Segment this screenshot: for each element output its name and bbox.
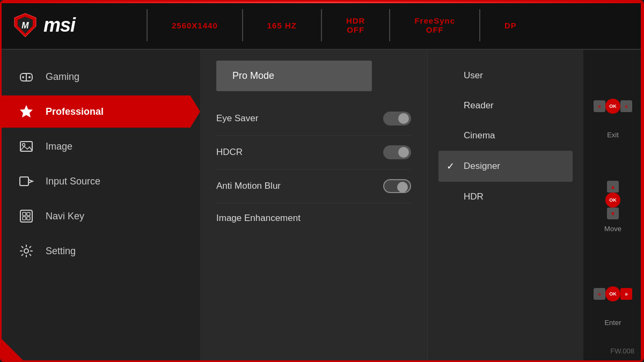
- header: M msi 2560X1440 165 HZ HDR OFF FreeSync …: [2, 2, 642, 50]
- image-icon: [18, 138, 35, 155]
- exit-control-group: OK « » Exit: [594, 87, 632, 139]
- move-control-group: OK ▲ ▼ Move: [594, 181, 632, 233]
- msi-shield-icon: M: [12, 12, 38, 38]
- divider-2: [242, 9, 243, 41]
- brand-name: msi: [43, 14, 75, 36]
- user-option[interactable]: User: [438, 61, 573, 91]
- main-content: Gaming Professional Im: [2, 50, 642, 362]
- sidebar-item-navi-key[interactable]: Navi Key: [2, 200, 200, 232]
- sidebar-item-professional[interactable]: Professional: [2, 95, 200, 128]
- user-label: User: [464, 70, 483, 81]
- input-source-icon: [18, 173, 35, 190]
- exit-ok-button[interactable]: OK: [605, 99, 620, 114]
- svg-rect-15: [27, 217, 30, 220]
- header-connection: DP: [491, 21, 530, 30]
- move-up-button[interactable]: ▲: [607, 181, 619, 193]
- firmware-version: FW.008: [610, 347, 634, 355]
- exit-left-button[interactable]: «: [594, 100, 605, 112]
- hdcr-label: HDCR: [216, 147, 243, 158]
- image-enhancement-label: Image Enhancement: [216, 213, 301, 224]
- professional-label: Professional: [46, 106, 104, 117]
- svg-point-5: [22, 76, 24, 78]
- sidebar-item-image[interactable]: Image: [2, 130, 200, 162]
- input-source-label: Input Source: [46, 176, 100, 187]
- header-freesync: FreeSync OFF: [401, 16, 469, 34]
- divider-4: [389, 9, 390, 41]
- anti-motion-blur-toggle[interactable]: [383, 179, 411, 193]
- right-accent: [641, 2, 642, 360]
- enter-right-button[interactable]: »: [620, 288, 632, 300]
- gaming-label: Gaming: [46, 71, 79, 83]
- image-enhancement-row: Image Enhancement: [216, 203, 411, 233]
- navi-key-label: Navi Key: [46, 211, 84, 222]
- enter-dpad: OK « »: [594, 275, 632, 313]
- svg-point-9: [23, 144, 25, 146]
- svg-rect-14: [23, 217, 26, 220]
- svg-rect-8: [20, 142, 32, 151]
- eye-saver-row: Eye Saver: [216, 102, 411, 136]
- main-frame: M msi 2560X1440 165 HZ HDR OFF FreeSync …: [0, 0, 644, 362]
- eye-saver-toggle[interactable]: [383, 112, 411, 125]
- logo-area: M msi: [12, 12, 136, 38]
- move-dpad: OK ▲ ▼: [594, 181, 632, 219]
- enter-control-group: OK « » Enter: [594, 275, 632, 327]
- divider-1: [147, 9, 148, 41]
- reader-label: Reader: [464, 100, 494, 111]
- cinema-option[interactable]: Cinema: [438, 121, 573, 151]
- reader-option[interactable]: Reader: [438, 91, 573, 121]
- exit-label: Exit: [607, 131, 619, 139]
- divider-3: [321, 9, 322, 41]
- cinema-label: Cinema: [464, 130, 495, 141]
- svg-rect-12: [23, 212, 26, 216]
- designer-option[interactable]: ✓ Designer: [438, 151, 573, 182]
- professional-icon: [18, 103, 35, 120]
- right-panel: User Reader Cinema ✓ Designer HDR: [428, 50, 583, 362]
- controls-panel: OK « » Exit OK ▲ ▼ Move: [583, 50, 642, 362]
- enter-label: Enter: [604, 319, 621, 327]
- designer-label: Designer: [464, 161, 500, 172]
- header-resolution: 2560X1440: [158, 21, 231, 30]
- hdr-label: HDR: [464, 191, 484, 202]
- setting-label: Setting: [46, 246, 76, 257]
- header-hdr: HDR OFF: [333, 16, 379, 34]
- anti-motion-blur-label: Anti Motion Blur: [216, 181, 281, 191]
- gaming-icon: [18, 68, 35, 85]
- svg-rect-13: [27, 212, 30, 216]
- sidebar-item-input-source[interactable]: Input Source: [2, 165, 200, 197]
- anti-motion-blur-row: Anti Motion Blur: [216, 169, 411, 203]
- move-ok-button[interactable]: OK: [605, 193, 620, 208]
- eye-saver-label: Eye Saver: [216, 113, 258, 124]
- sidebar: Gaming Professional Im: [2, 50, 200, 362]
- center-panel: Pro Mode Eye Saver HDCR Anti Motion Blur…: [200, 50, 428, 362]
- svg-rect-11: [20, 210, 32, 222]
- sidebar-item-gaming[interactable]: Gaming: [2, 61, 200, 93]
- move-down-button[interactable]: ▼: [607, 208, 619, 219]
- hdcr-row: HDCR: [216, 136, 411, 169]
- hdcr-toggle[interactable]: [383, 145, 411, 159]
- hdr-option[interactable]: HDR: [438, 182, 573, 212]
- sidebar-item-setting[interactable]: Setting: [2, 235, 200, 267]
- header-hz: 165 HZ: [254, 21, 310, 30]
- divider-5: [479, 9, 480, 41]
- pro-mode-button[interactable]: Pro Mode: [216, 61, 372, 91]
- enter-left-button[interactable]: «: [594, 288, 605, 300]
- exit-dpad: OK « »: [594, 87, 632, 125]
- svg-point-6: [28, 76, 31, 78]
- setting-icon: [18, 242, 35, 260]
- svg-marker-7: [20, 105, 33, 117]
- exit-right-button[interactable]: »: [620, 100, 632, 112]
- designer-check: ✓: [447, 160, 457, 172]
- top-accent: [2, 2, 642, 3]
- navi-key-icon: [18, 208, 35, 225]
- svg-text:M: M: [21, 21, 29, 30]
- enter-ok-button[interactable]: OK: [605, 286, 620, 301]
- svg-point-16: [24, 249, 28, 253]
- move-label: Move: [604, 225, 621, 233]
- image-label: Image: [46, 141, 72, 152]
- svg-rect-10: [20, 177, 28, 186]
